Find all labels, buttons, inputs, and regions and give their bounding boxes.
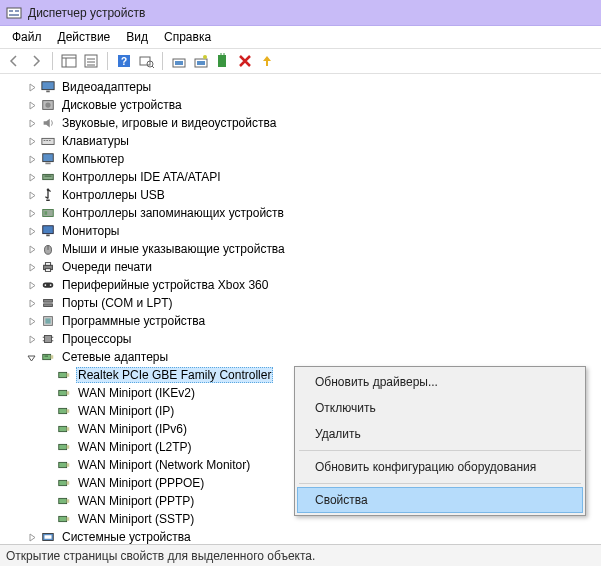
expand-icon[interactable]: [26, 82, 37, 93]
tree-label: WAN Miniport (IPv6): [76, 422, 189, 436]
tree-category[interactable]: Программные устройства: [8, 312, 593, 330]
tree-category[interactable]: Порты (COM и LPT): [8, 294, 593, 312]
tree-label: Мониторы: [60, 224, 121, 238]
back-button[interactable]: [4, 51, 24, 71]
svg-rect-19: [197, 61, 205, 65]
tree-label: Контроллеры USB: [60, 188, 167, 202]
sound-icon: [40, 115, 56, 131]
tree-label: WAN Miniport (Network Monitor): [76, 458, 252, 472]
update-driver-icon[interactable]: [169, 51, 189, 71]
tree-label: Программные устройства: [60, 314, 207, 328]
menu-view[interactable]: Вид: [118, 28, 156, 46]
network-card-icon: [56, 493, 72, 509]
enable-icon[interactable]: [257, 51, 277, 71]
tree-label: Мыши и иные указывающие устройства: [60, 242, 287, 256]
svg-rect-71: [59, 480, 67, 485]
help-icon[interactable]: ?: [114, 51, 134, 71]
disk-icon: [40, 97, 56, 113]
svg-rect-37: [43, 226, 54, 234]
context-menu-item[interactable]: Обновить драйверы...: [297, 369, 583, 395]
context-menu-item[interactable]: Свойства: [297, 487, 583, 513]
tree-category[interactable]: Системные устройства: [8, 528, 593, 544]
menu-file[interactable]: Файл: [4, 28, 50, 46]
context-menu: Обновить драйверы...ОтключитьУдалитьОбно…: [294, 366, 586, 516]
tree-category[interactable]: Клавиатуры: [8, 132, 593, 150]
expand-icon[interactable]: [26, 118, 37, 129]
tree-label: Порты (COM и LPT): [60, 296, 175, 310]
svg-rect-26: [42, 138, 54, 144]
context-menu-item[interactable]: Обновить конфигурацию оборудования: [297, 454, 583, 480]
tree-category[interactable]: Мониторы: [8, 222, 593, 240]
svg-rect-22: [42, 82, 54, 90]
forward-button[interactable]: [26, 51, 46, 71]
tree-category[interactable]: Дисковые устройства: [8, 96, 593, 114]
svg-rect-35: [43, 210, 54, 217]
svg-rect-69: [59, 462, 67, 467]
storage-icon: [40, 205, 56, 221]
svg-rect-73: [59, 498, 67, 503]
show-hide-tree-icon[interactable]: [59, 51, 79, 71]
keyboard-icon: [40, 133, 56, 149]
svg-rect-21: [218, 55, 226, 67]
network-card-icon: [56, 421, 72, 437]
scan-hardware-icon[interactable]: [136, 51, 156, 71]
tree-category[interactable]: Контроллеры IDE ATA/ATAPI: [8, 168, 593, 186]
svg-rect-64: [67, 409, 70, 413]
expand-icon[interactable]: [26, 190, 37, 201]
tree-label: Периферийные устройства Xbox 360: [60, 278, 270, 292]
tree-category[interactable]: Контроллеры USB: [8, 186, 593, 204]
expand-icon[interactable]: [26, 316, 37, 327]
toolbar-separator: [162, 52, 163, 70]
svg-rect-57: [51, 355, 54, 359]
expand-icon[interactable]: [26, 172, 37, 183]
status-text: Открытие страницы свойств для выделенног…: [6, 549, 315, 563]
expand-icon[interactable]: [26, 244, 37, 255]
tree-category[interactable]: Компьютер: [8, 150, 593, 168]
expand-icon[interactable]: [26, 532, 37, 543]
expand-icon[interactable]: [26, 154, 37, 165]
uninstall-icon[interactable]: [191, 51, 211, 71]
tree-category[interactable]: Звуковые, игровые и видеоустройства: [8, 114, 593, 132]
titlebar: Диспетчер устройств: [0, 0, 601, 26]
tree-category[interactable]: Периферийные устройства Xbox 360: [8, 276, 593, 294]
gamepad-icon: [40, 277, 56, 293]
tree-category[interactable]: Видеоадаптеры: [8, 78, 593, 96]
tree-label: WAN Miniport (IP): [76, 404, 176, 418]
mouse-icon: [40, 241, 56, 257]
expand-icon[interactable]: [26, 100, 37, 111]
delete-icon[interactable]: [235, 51, 255, 71]
expand-icon[interactable]: [26, 298, 37, 309]
tree-category[interactable]: Контроллеры запоминающих устройств: [8, 204, 593, 222]
context-menu-item[interactable]: Удалить: [297, 421, 583, 447]
network-card-icon: [56, 439, 72, 455]
tree-label: Сетевые адаптеры: [60, 350, 170, 364]
tree-category[interactable]: Сетевые адаптеры: [8, 348, 593, 366]
disable-icon[interactable]: [213, 51, 233, 71]
tree-label: Процессоры: [60, 332, 134, 346]
svg-rect-72: [67, 481, 70, 485]
menu-help[interactable]: Справка: [156, 28, 219, 46]
tree-label: Звуковые, игровые и видеоустройства: [60, 116, 278, 130]
svg-rect-70: [67, 463, 70, 467]
expand-icon[interactable]: [26, 136, 37, 147]
tree-category[interactable]: Мыши и иные указывающие устройства: [8, 240, 593, 258]
tree-category[interactable]: Процессоры: [8, 330, 593, 348]
network-icon: [40, 349, 56, 365]
expand-icon[interactable]: [26, 226, 37, 237]
menu-action[interactable]: Действие: [50, 28, 119, 46]
expand-icon[interactable]: [26, 334, 37, 345]
svg-rect-23: [46, 91, 50, 93]
expand-icon[interactable]: [26, 280, 37, 291]
svg-rect-29: [49, 140, 51, 141]
svg-rect-44: [43, 282, 54, 287]
properties-icon[interactable]: [81, 51, 101, 71]
expand-icon[interactable]: [26, 208, 37, 219]
expand-icon[interactable]: [26, 262, 37, 273]
svg-rect-59: [59, 372, 67, 377]
tree-label: Системные устройства: [60, 530, 193, 544]
tree-category[interactable]: Очереди печати: [8, 258, 593, 276]
network-card-icon: [56, 367, 72, 383]
collapse-icon[interactable]: [26, 352, 37, 363]
svg-rect-50: [45, 318, 50, 323]
context-menu-item[interactable]: Отключить: [297, 395, 583, 421]
